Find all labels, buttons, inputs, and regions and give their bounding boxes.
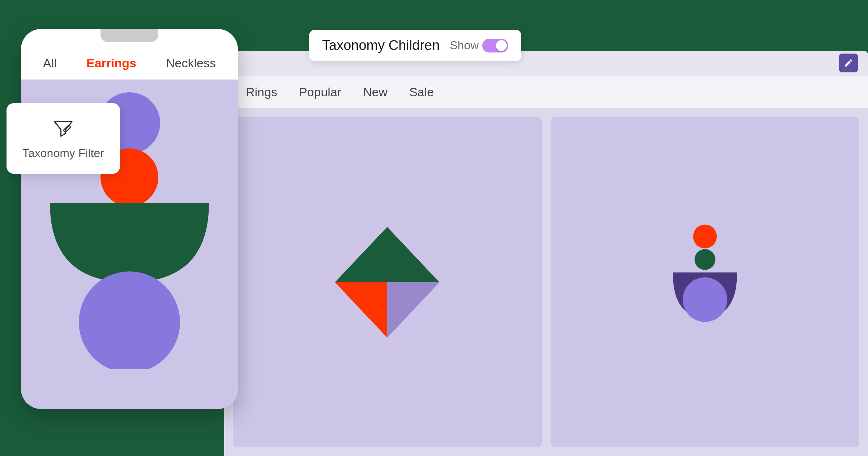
phone-tab-neckless[interactable]: Neckless	[166, 56, 216, 70]
desktop-content	[224, 109, 868, 456]
tab-rings[interactable]: Rings	[246, 82, 277, 102]
taxonomy-filter-popup: Taxonomy Filter	[7, 103, 120, 174]
phone-notch	[101, 29, 158, 42]
earring-artwork-right	[658, 217, 752, 347]
toggle-label: Show	[450, 39, 479, 52]
edit-button[interactable]	[839, 54, 858, 72]
svg-point-5	[694, 249, 715, 270]
svg-marker-0	[387, 227, 440, 282]
svg-point-4	[693, 225, 717, 249]
taxonomy-children-title: Taxonomy Children	[322, 38, 440, 53]
svg-marker-3	[387, 282, 440, 338]
svg-marker-1	[335, 227, 388, 282]
tab-sale[interactable]: Sale	[409, 82, 434, 102]
desktop-nav: Rings Popular New Sale	[224, 76, 868, 109]
phone-tab-earrings[interactable]: Earrings	[86, 56, 136, 70]
tab-popular[interactable]: Popular	[299, 82, 341, 102]
phone-tab-all[interactable]: All	[43, 56, 57, 70]
taxonomy-children-card: Taxonomy Children Show	[309, 30, 521, 61]
svg-line-11	[63, 134, 64, 135]
product-card-2	[551, 117, 860, 447]
svg-marker-2	[335, 282, 388, 338]
taxonomy-filter-label: Taxonomy Filter	[22, 147, 104, 160]
taxonomy-children-toggle[interactable]	[482, 39, 508, 52]
phone-nav: All Earrings Neckless	[21, 47, 238, 80]
phone-mockup: All Earrings Neckless	[21, 29, 238, 409]
tab-new[interactable]: New	[363, 82, 388, 102]
svg-point-6	[683, 277, 727, 322]
product-card-1	[233, 117, 542, 447]
svg-point-9	[79, 271, 180, 369]
toggle-container: Show	[450, 39, 508, 52]
pencil-icon	[844, 58, 853, 68]
diamond-artwork	[326, 221, 449, 344]
filter-edit-icon	[52, 117, 75, 140]
